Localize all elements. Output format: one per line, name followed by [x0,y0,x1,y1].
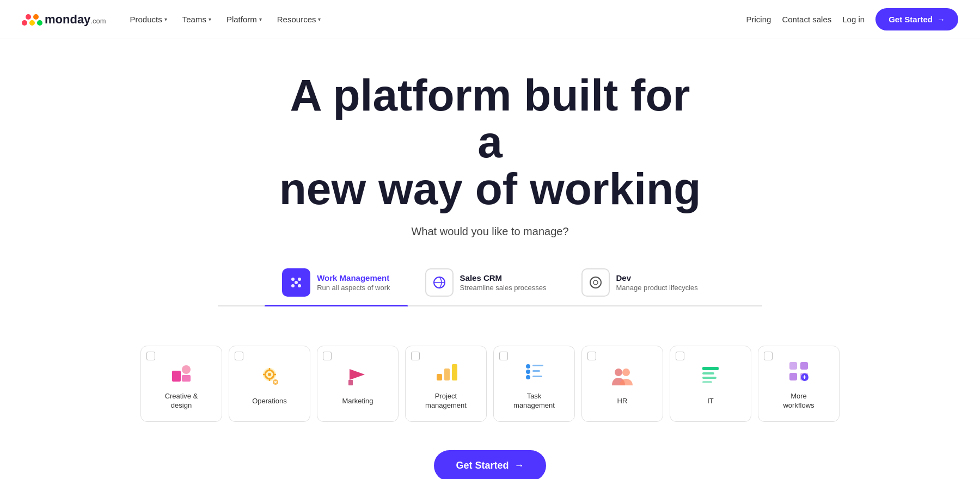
hr-label: HR [617,397,628,406]
chevron-down-icon: ▾ [164,16,167,22]
hero-subtitle: What would you like to manage? [22,225,958,238]
logo-icon [22,13,42,27]
it-icon [696,362,725,390]
workflow-card-more-workflows[interactable]: + Moreworkflows [758,346,840,422]
hr-icon [608,362,636,390]
svg-rect-28 [444,369,450,380]
nav-item-products[interactable]: Products ▾ [124,10,174,28]
nav-get-started-button[interactable]: Get Started → [875,8,958,30]
workflow-card-marketing[interactable]: Marketing [317,346,399,422]
card-checkbox-operations [235,352,243,360]
svg-point-8 [298,284,301,287]
svg-rect-12 [172,371,181,382]
svg-point-30 [526,364,530,369]
svg-rect-43 [800,362,808,370]
project-management-label: Projectmanagement [425,392,467,410]
marketing-icon [344,362,372,390]
svg-rect-35 [532,376,542,377]
nav-item-platform[interactable]: Platform ▾ [220,10,268,28]
svg-rect-33 [532,370,540,372]
svg-rect-40 [702,377,716,379]
creative-design-label: Creative &design [165,392,198,410]
card-checkbox-marketing [323,352,332,360]
operations-label: Operations [252,397,287,406]
svg-rect-39 [702,372,714,374]
svg-rect-41 [702,381,712,383]
workflow-card-project-management[interactable]: Projectmanagement [405,346,487,422]
svg-rect-38 [702,367,719,370]
dev-icon [581,268,610,297]
svg-rect-42 [789,362,797,370]
workflow-card-it[interactable]: IT [670,346,751,422]
hero-title: A platform built for a new way of workin… [272,72,708,212]
svg-point-7 [291,284,295,287]
card-checkbox-task [499,352,508,360]
chevron-down-icon: ▾ [259,16,262,22]
svg-point-9 [295,281,298,284]
sales-crm-icon [425,268,454,297]
nav-pricing[interactable]: Pricing [746,15,771,24]
more-workflows-icon: + [785,357,813,385]
navbar: monday.com Products ▾ Teams ▾ Platform ▾… [0,0,980,39]
card-checkbox-project [411,352,420,360]
workflow-cards-section: Creative &design Operations [109,328,871,439]
hero-section: A platform built for a new way of workin… [0,39,980,328]
card-checkbox-creative [146,352,155,360]
logo[interactable]: monday.com [22,13,106,27]
project-management-icon [432,357,460,385]
svg-point-37 [622,369,630,376]
svg-point-4 [33,14,39,20]
svg-rect-26 [348,380,353,385]
bottom-get-started-button[interactable]: Get Started → [434,450,546,479]
chevron-down-icon: ▾ [209,16,211,22]
tab-sales-crm[interactable]: Sales CRM Streamline sales processes [408,260,564,305]
nav-item-resources[interactable]: Resources ▾ [271,10,328,28]
task-management-label: Taskmanagement [513,392,555,410]
it-label: IT [707,397,714,406]
svg-point-17 [268,373,271,376]
product-tabs: Work Management Run all aspects of work … [218,260,762,306]
task-management-icon [520,357,548,385]
svg-rect-29 [452,364,457,380]
svg-point-11 [593,280,598,285]
tab-dev[interactable]: Dev Manage product lifecycles [564,260,715,305]
svg-point-32 [526,370,530,374]
marketing-label: Marketing [342,397,373,406]
card-checkbox-it [676,352,684,360]
svg-rect-31 [532,365,543,366]
work-management-icon [282,268,310,297]
nav-right-links: Pricing Contact sales Log in Get Started… [746,8,958,30]
svg-rect-27 [437,374,442,380]
svg-point-34 [526,375,530,379]
more-workflows-label: Moreworkflows [783,392,814,410]
operations-icon [255,362,284,390]
svg-point-10 [590,277,601,288]
svg-point-36 [615,369,622,376]
svg-rect-14 [182,375,191,382]
svg-point-5 [291,278,295,281]
chevron-down-icon: ▾ [318,16,321,22]
creative-design-icon [167,357,195,385]
svg-point-2 [37,20,42,26]
svg-text:+: + [803,373,806,381]
workflow-card-task-management[interactable]: Taskmanagement [493,346,575,422]
nav-login[interactable]: Log in [842,15,865,24]
workflow-card-creative-design[interactable]: Creative &design [140,346,222,422]
logo-text: monday.com [45,13,106,27]
svg-point-1 [29,20,35,26]
card-checkbox-more [764,352,773,360]
svg-rect-13 [182,365,191,374]
nav-item-teams[interactable]: Teams ▾ [176,10,218,28]
svg-rect-44 [789,373,797,380]
svg-point-6 [298,278,301,281]
svg-point-3 [26,14,31,20]
nav-left-links: Products ▾ Teams ▾ Platform ▾ Resources … [124,10,746,28]
tab-work-management[interactable]: Work Management Run all aspects of work [265,260,407,305]
svg-marker-25 [350,369,365,380]
bottom-cta-section: Get Started → [0,439,980,479]
workflow-card-operations[interactable]: Operations [229,346,310,422]
workflow-card-hr[interactable]: HR [581,346,663,422]
svg-point-0 [22,20,27,26]
nav-contact-sales[interactable]: Contact sales [782,15,831,24]
card-checkbox-hr [587,352,596,360]
